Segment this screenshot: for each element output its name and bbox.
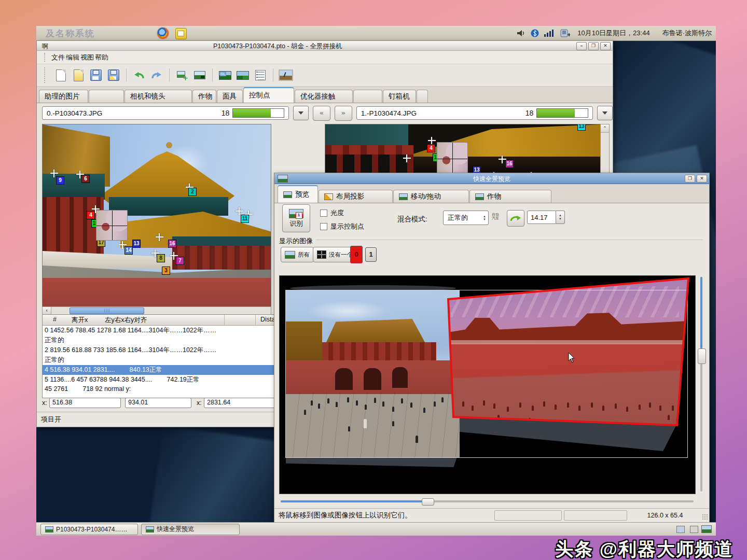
left-view-hscrollbar[interactable]: ‹ [42,306,271,315]
cp-marker-14[interactable]: 14 [125,246,133,255]
cp-table[interactable]: # 离开x 左y右x右y对齐 Dista 0 1452.56 788.45 12… [42,314,313,398]
menu-item-2[interactable]: 视图 [80,53,94,62]
yaw-slider[interactable] [281,498,694,505]
checkbox-icon[interactable] [320,209,327,217]
cp-table-row-1[interactable]: 2 819.56 618.88 733 185.68 1164....3104年… [43,345,312,355]
gl-preview-button[interactable] [217,67,233,83]
slider-handle[interactable] [698,348,706,364]
tab-面具[interactable]: 面具 [217,90,243,103]
new-file-button[interactable] [53,67,68,83]
close-button[interactable]: ✕ [697,175,707,183]
blend-mode-dropdown[interactable]: 正常的 ▲▼ [443,211,489,225]
cp-marker-2[interactable]: 2 [188,188,197,196]
close-button[interactable]: ✕ [600,42,611,50]
col-distance[interactable]: Dista [260,316,275,323]
resize-grip[interactable] [702,514,708,520]
prev-pair-button[interactable]: « [313,106,330,121]
x1-field[interactable]: 516.38 [49,398,121,408]
show-all-button[interactable]: 所有 [281,247,314,262]
save-as-button[interactable] [106,67,121,83]
maximize-button[interactable]: ❐ [685,175,695,183]
x2-field[interactable]: 2831.64 [204,398,281,408]
tab-blank-7[interactable] [353,90,382,103]
cp-list-button[interactable] [253,67,268,83]
cp-marker-13[interactable]: 13 [577,124,586,131]
image-toggle-0[interactable]: 0 [350,246,363,263]
spinner-arrows-icon[interactable]: ▲▼ [556,211,565,224]
slider-handle[interactable] [422,498,434,506]
pager-desktop-1[interactable] [676,526,685,533]
redo-button[interactable] [149,67,164,83]
preview-tab-作物[interactable]: 作物 [469,190,551,203]
bluetooth-icon[interactable] [531,29,539,37]
right-image-combo[interactable]: 1.-P1030474.JPG 18 [356,106,593,120]
volume-icon[interactable] [516,29,525,37]
left-combo-dropdown[interactable] [293,106,309,120]
cp-marker-7[interactable]: 7 [176,257,184,265]
maximize-button[interactable]: ❐ [588,42,599,50]
add-images-button[interactable] [174,67,190,83]
tab-blank-1[interactable] [89,90,124,103]
preview-frame-button[interactable] [278,67,294,83]
pager-desktop-2[interactable] [690,526,698,533]
cp-table-header[interactable]: # 离开x 左y右x右y对齐 Dista [43,315,312,326]
cp-marker-8[interactable]: 8 [157,254,165,262]
reset-exposure-button[interactable] [507,210,524,227]
notes-app-icon[interactable] [175,28,187,39]
save-button[interactable] [88,67,104,83]
tab-助理的图片[interactable]: 助理的图片 [39,90,88,103]
show-cp-checkbox[interactable]: 显示控制点 [320,222,364,231]
scroll-left-arrow[interactable]: ‹ [43,307,51,314]
tab-相机和镜头[interactable]: 相机和镜头 [125,90,192,103]
cp-marker-16[interactable]: 16 [168,240,176,248]
preview-tab-布局投影[interactable]: 布局投影 [319,190,393,203]
undo-button[interactable] [131,67,147,83]
cp-marker-9[interactable]: 9 [56,176,64,185]
preview-tab-移动/拖动[interactable]: 移动/拖动 [393,190,469,203]
cp-table-row-0[interactable]: 0 1452.56 788.45 1278 1.68 1164....3104年… [43,326,312,335]
right-combo-dropdown[interactable] [597,106,613,120]
tab-优化器接触[interactable]: 优化器接触 [295,90,353,103]
menu-item-3[interactable]: 帮助 [94,53,109,62]
main-titlebar[interactable]: 啊 P1030473-P1030474.pto - 胡金 - 全景拼接机 – ❐… [37,41,613,51]
left-cp-image-view[interactable]: 9624151713141116873 [42,124,271,307]
panorama-canvas[interactable] [279,275,696,494]
y1-field[interactable]: 934.01 [125,398,191,408]
cp-table-row-3[interactable]: 5 1136....6 457 63788 944.38 3445....742… [43,375,312,385]
tab-blank-9[interactable] [417,90,428,103]
preview-titlebar[interactable]: 快速全景预览 ❐ ✕ [274,173,709,184]
clock-date[interactable]: 10月10日星期日，23:44 [577,29,649,38]
ev-spinner[interactable]: 14.17 ▲▼ [527,211,565,224]
ev-value[interactable]: 14.17 [527,211,556,224]
cp-marker-13[interactable]: 13 [132,240,141,248]
col-leftx[interactable]: 离开x [72,316,88,325]
taskbar-item-1[interactable]: 快速全景预览 [141,524,240,535]
cp-marker-3[interactable]: 3 [162,267,170,275]
cp-marker-6[interactable]: 6 [81,175,90,183]
open-file-button[interactable] [71,67,86,83]
photometrics-checkbox[interactable]: 光度 [320,208,344,218]
add-photo-button[interactable] [192,67,208,83]
col-number[interactable]: # [53,316,57,323]
minimize-button[interactable]: – [576,42,587,50]
tab-作物[interactable]: 作物 [192,90,216,103]
menu-item-0[interactable]: 文件 [51,53,65,62]
firefox-icon[interactable] [157,27,169,39]
taskbar-item-0[interactable]: P1030473-P1030474…… [40,524,138,535]
cp-table-row-sub[interactable]: 正常的 [43,335,312,345]
signal-strength-icon[interactable] [544,29,555,37]
cp-marker-4[interactable]: 4 [87,211,95,219]
image-toggle-1[interactable]: 1 [365,247,377,262]
tab-钉箱机[interactable]: 钉箱机 [383,90,416,103]
split-preview-button[interactable] [235,67,251,83]
cp-table-row-sub[interactable]: 正常的 [43,355,312,365]
cp-table-row-2[interactable]: 4 516.38 934.01 2831....840.13正常 [43,365,312,375]
checkbox-icon[interactable] [320,223,327,230]
cp-marker-16[interactable]: 16 [505,160,514,168]
left-image-combo[interactable]: 0.-P1030473.JPG 18 [42,106,289,120]
tab-控制点[interactable]: 控制点 [243,87,294,103]
col-coords[interactable]: 左y右x右y对齐 [105,316,147,325]
dropdown-stepper-icon[interactable]: ▲▼ [480,215,486,221]
hscroll-handle[interactable] [70,307,144,314]
pitch-slider[interactable] [697,277,706,492]
